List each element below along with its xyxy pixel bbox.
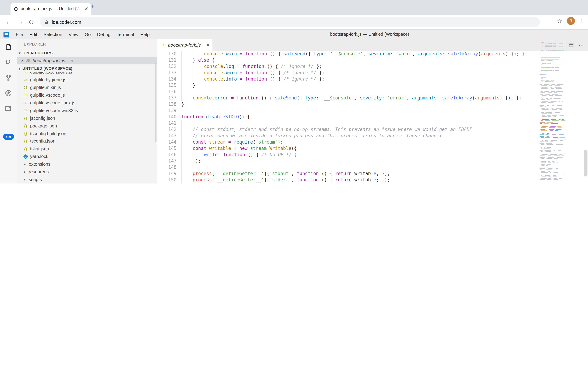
code-line: 143// error when we are inside a forked … xyxy=(157,133,588,139)
file-name: gulpfile.hygiene.js xyxy=(30,77,66,83)
close-icon[interactable]: × xyxy=(20,58,25,63)
browser-tab[interactable]: bootstrap-fork.js — Untitled (W ✕ xyxy=(10,3,91,15)
file-tree-item[interactable]: {}jsconfig.json xyxy=(17,114,157,122)
debug-disabled-icon[interactable] xyxy=(0,85,17,101)
code-line: 137console.error = function () { safeSen… xyxy=(157,95,588,101)
open-editor-item[interactable]: × JS bootstrap-fork.js src xyxy=(17,57,157,64)
file-name: tsconfig.json xyxy=(30,139,56,144)
file-tree-item[interactable]: JSgulpfile.vscode.win32.js xyxy=(17,107,157,114)
scrollbar-thumb[interactable] xyxy=(155,63,157,142)
line-number: 151 xyxy=(164,183,176,184)
file-tree-item[interactable]: ▸scripts xyxy=(17,176,157,183)
code-line: 134console.info = function () { /* ignor… xyxy=(157,76,588,82)
file-tree-item[interactable]: JSgulpfile.hygiene.js xyxy=(17,76,157,84)
new-tab-button[interactable]: + xyxy=(90,2,94,10)
menu-selection[interactable]: Selection xyxy=(41,32,66,37)
line-number: 141 xyxy=(164,120,176,126)
avatar[interactable]: J xyxy=(567,17,575,25)
line-number: 131 xyxy=(164,57,176,63)
address-bar[interactable]: ide.coder.com xyxy=(40,17,540,27)
file-tree-item[interactable]: {}tsconfig.json xyxy=(17,137,157,145)
line-number: 134 xyxy=(164,76,176,82)
js-file-icon: JS xyxy=(161,43,166,47)
menu-go[interactable]: Go xyxy=(82,32,94,37)
editor-tabbar: JS bootstrap-fork.js × ⋯ xyxy=(157,39,588,51)
line-number: 146 xyxy=(164,152,176,158)
scrollbar-thumb[interactable] xyxy=(583,150,587,176)
browser-menu-icon[interactable]: ⋮ xyxy=(579,18,585,24)
chevron-right-icon: ▸ xyxy=(23,170,27,174)
activity-bar: Off ⚙ xyxy=(0,39,17,184)
file-tree: JSgulpfile.extensions.jsJSgulpfile.hygie… xyxy=(17,72,157,184)
forward-icon[interactable]: → xyxy=(17,18,24,25)
code-line: 144const stream = require('stream'); xyxy=(157,139,588,145)
editor-tab[interactable]: JS bootstrap-fork.js × xyxy=(157,39,213,51)
favicon-icon xyxy=(13,6,18,11)
file-tree-item[interactable]: {}package.json xyxy=(17,122,157,130)
bookmark-star-icon[interactable]: ☆ xyxy=(557,17,562,24)
file-name: gulpfile.mixin.js xyxy=(30,85,61,90)
chevron-down-icon: ▾ xyxy=(17,66,22,70)
file-tree-item[interactable]: yyarn.lock xyxy=(17,153,157,160)
file-tree-item[interactable]: JSgulpfile.extensions.js xyxy=(17,72,157,76)
file-name: resources xyxy=(29,169,49,174)
collaboration-off-badge[interactable]: Off xyxy=(3,134,14,140)
browser-window: bootstrap-fork.js — Untitled (W ✕ + ← → … xyxy=(0,0,588,184)
url-text: ide.coder.com xyxy=(52,19,81,25)
js-file-icon: JS xyxy=(23,101,28,105)
chevron-right-icon: ▸ xyxy=(23,162,27,166)
file-tree-item[interactable]: JSgulpfile.vscode.linux.js xyxy=(17,99,157,107)
file-tree-item[interactable]: ▾src xyxy=(17,183,157,184)
file-tree-item[interactable]: ▸resources xyxy=(17,168,157,176)
editor-layout-icon[interactable] xyxy=(568,42,574,48)
open-editors-header[interactable]: ▾ OPEN EDITORS xyxy=(17,49,157,57)
explorer-icon[interactable] xyxy=(0,39,17,55)
line-number: 145 xyxy=(164,145,176,152)
menu-debug[interactable]: Debug xyxy=(94,32,114,37)
menu-file[interactable]: File xyxy=(13,32,26,37)
menu-bar: File Edit Selection View Go Debug Termin… xyxy=(0,30,588,39)
line-number: 150 xyxy=(164,177,176,183)
code-line: 140function disableSTDIO() { xyxy=(157,114,588,120)
file-tree-item[interactable]: {}tsconfig.build.json xyxy=(17,130,157,137)
tab-close-icon[interactable]: ✕ xyxy=(84,6,88,12)
code-line: 139 xyxy=(157,108,588,114)
json-file-icon: {} xyxy=(23,124,28,128)
back-icon[interactable]: ← xyxy=(5,18,12,25)
code-line: 147}); xyxy=(157,158,588,164)
search-icon[interactable] xyxy=(0,55,17,70)
file-name: gulpfile.extensions.js xyxy=(30,72,72,75)
source-control-icon[interactable] xyxy=(0,70,17,85)
code-editor[interactable]: 130console.warn = function () { safeSend… xyxy=(157,51,588,184)
line-number: 139 xyxy=(164,108,176,114)
lock-icon xyxy=(45,20,49,24)
js-file-icon: JS xyxy=(23,93,28,97)
code-line: 138} xyxy=(157,101,588,108)
file-name: yarn.lock xyxy=(30,154,48,159)
yarn-file-icon: y xyxy=(24,154,28,158)
app-logo-icon[interactable] xyxy=(3,32,9,37)
file-name: gulpfile.vscode.win32.js xyxy=(30,108,78,113)
minimap[interactable] xyxy=(538,40,567,184)
json-file-icon: {} xyxy=(23,131,28,135)
more-actions-icon[interactable]: ⋯ xyxy=(579,42,584,48)
menu-edit[interactable]: Edit xyxy=(26,32,41,37)
reload-icon[interactable] xyxy=(29,19,36,25)
line-number: 135 xyxy=(164,82,176,89)
file-tree-item[interactable]: JSgulpfile.vscode.js xyxy=(17,91,157,99)
chevron-right-icon: ▸ xyxy=(23,177,27,181)
menu-help[interactable]: Help xyxy=(137,32,153,37)
json-file-icon: {} xyxy=(23,116,28,120)
file-tree-item[interactable]: JSgulpfile.mixin.js xyxy=(17,84,157,92)
js-file-icon: JS xyxy=(25,59,31,62)
menu-terminal[interactable]: Terminal xyxy=(114,32,137,37)
js-file-icon: JS xyxy=(23,72,28,74)
file-tree-item[interactable]: ▸extensions xyxy=(17,160,157,168)
file-name: scripts xyxy=(29,177,42,182)
tab-close-icon[interactable]: × xyxy=(207,42,209,48)
menu-view[interactable]: View xyxy=(66,32,82,37)
line-number: 138 xyxy=(164,101,176,108)
extensions-icon[interactable] xyxy=(0,101,17,116)
file-tree-item[interactable]: {}tslint.json xyxy=(17,145,157,153)
workspace-header[interactable]: ▾ UNTITLED (WORKSPACE) xyxy=(17,64,157,72)
